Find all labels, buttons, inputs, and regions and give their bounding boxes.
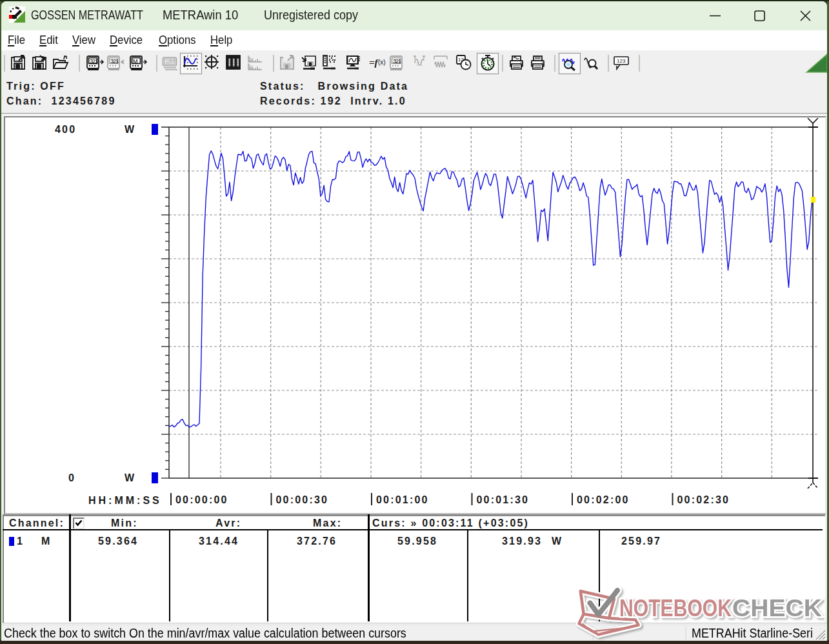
svg-text:(x): (x) xyxy=(378,59,386,66)
svg-text:321: 321 xyxy=(393,58,401,65)
svg-text:1257: 1257 xyxy=(166,59,175,64)
svg-text:00:00:00: 00:00:00 xyxy=(175,494,228,505)
svg-text:W: W xyxy=(125,472,135,483)
svg-text:0: 0 xyxy=(68,472,75,483)
svg-text:NOTEBOOK: NOTEBOOK xyxy=(619,595,732,621)
svg-text:400: 400 xyxy=(55,124,76,135)
svg-text:00:02:30: 00:02:30 xyxy=(677,494,730,505)
svg-text:00:02:00: 00:02:00 xyxy=(577,494,630,505)
svg-text:123: 123 xyxy=(617,58,626,64)
svg-text:W: W xyxy=(125,124,135,135)
svg-text:00:01:30: 00:01:30 xyxy=(477,494,530,505)
svg-text:00:01:00: 00:01:00 xyxy=(376,494,429,505)
svg-text:321: 321 xyxy=(110,58,119,65)
svg-text:CHECK: CHECK xyxy=(732,595,822,621)
svg-text:HH:MM:SS: HH:MM:SS xyxy=(88,495,162,506)
svg-text:321: 321 xyxy=(90,58,98,65)
svg-text:00:00:30: 00:00:30 xyxy=(276,494,329,505)
svg-text:M: M xyxy=(133,58,137,65)
